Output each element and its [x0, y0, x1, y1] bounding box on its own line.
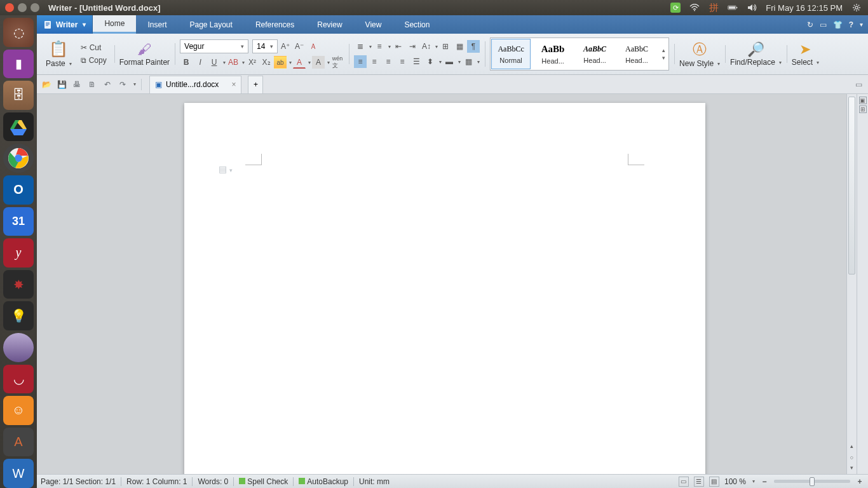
- style-heading1[interactable]: AaBb Head...: [533, 39, 573, 69]
- launcher-app-dark[interactable]: ✸: [3, 270, 34, 299]
- align-justify-button[interactable]: ≡: [396, 55, 409, 68]
- launcher-writer[interactable]: W: [3, 459, 34, 488]
- font-name-select[interactable]: Vegur▾: [180, 39, 248, 53]
- align-right-button[interactable]: ≡: [382, 55, 395, 68]
- zoom-in-button[interactable]: +: [855, 477, 864, 486]
- app-menu-button[interactable]: Writer ▾: [37, 15, 93, 34]
- bold-button[interactable]: B: [180, 56, 193, 69]
- shrink-font-button[interactable]: A⁻: [293, 40, 306, 53]
- style-normal[interactable]: AaBbCc Normal: [491, 39, 531, 69]
- window-maximize-button[interactable]: [31, 3, 39, 12]
- shading-button[interactable]: ▬: [443, 55, 456, 68]
- column-guides-button[interactable]: ⊞: [439, 40, 452, 53]
- grow-font-button[interactable]: A⁺: [279, 40, 292, 53]
- next-page-button[interactable]: ▾: [847, 463, 857, 473]
- increase-indent-button[interactable]: ⇥: [406, 40, 419, 53]
- tab-review[interactable]: Review: [306, 15, 353, 34]
- tab-section[interactable]: Section: [393, 15, 441, 34]
- paste-button[interactable]: Paste▾: [46, 59, 72, 68]
- print-button[interactable]: 🖶: [71, 79, 83, 90]
- document-canvas[interactable]: ▤ ▾: [37, 94, 846, 474]
- page-header-menu-icon[interactable]: ▤ ▾: [219, 164, 233, 174]
- wifi-icon[interactable]: [689, 3, 700, 13]
- clock[interactable]: Fri May 16 12:15 PM: [766, 3, 843, 13]
- document-tab-close[interactable]: ×: [231, 80, 236, 89]
- print-preview-button[interactable]: 🗎: [86, 79, 98, 90]
- status-unit[interactable]: Unit: mm: [359, 477, 390, 486]
- document-page[interactable]: ▤ ▾: [184, 103, 705, 474]
- zoom-slider[interactable]: [774, 480, 850, 483]
- qat-more-icon[interactable]: ▾: [133, 81, 136, 87]
- launcher-outlook[interactable]: O: [3, 175, 34, 205]
- numbering-button[interactable]: ≡: [373, 40, 386, 53]
- launcher-app-orange[interactable]: ☺: [3, 396, 34, 425]
- font-size-select[interactable]: 14▾: [252, 39, 278, 53]
- phonetic-guide-button[interactable]: wén文: [331, 56, 344, 69]
- sync-indicator-icon[interactable]: ⟳: [670, 3, 681, 13]
- char-shading-button[interactable]: ▦: [453, 40, 466, 53]
- new-style-button[interactable]: New Style▾: [679, 59, 720, 68]
- select-button[interactable]: Select▾: [792, 58, 819, 67]
- launcher-updater[interactable]: A: [3, 428, 34, 457]
- tab-home[interactable]: Home: [93, 15, 136, 34]
- superscript-button[interactable]: X²: [246, 56, 259, 69]
- style-heading3[interactable]: AaBbC Head...: [617, 39, 656, 69]
- ribbon-skin-icon[interactable]: 👕: [833, 20, 843, 29]
- help-button[interactable]: ?: [849, 20, 853, 29]
- launcher-pocket[interactable]: ◡: [3, 365, 34, 394]
- launcher-app-purple[interactable]: ▮: [3, 50, 34, 79]
- bullets-button[interactable]: ≣: [354, 40, 367, 53]
- redo-button[interactable]: ↷: [117, 79, 128, 90]
- launcher-drive[interactable]: [3, 112, 34, 142]
- ribbon-refresh-icon[interactable]: ↻: [807, 20, 813, 29]
- view-mode-outline[interactable]: ☰: [694, 477, 704, 487]
- launcher-app-y[interactable]: y: [3, 238, 34, 268]
- tab-view[interactable]: View: [354, 15, 393, 34]
- text-effect-button[interactable]: ab: [274, 56, 287, 69]
- find-replace-button[interactable]: Find/Replace▾: [730, 58, 782, 67]
- distribute-button[interactable]: ☰: [410, 55, 423, 68]
- document-tab[interactable]: ▣ Untitle...rd.docx ×: [149, 76, 241, 93]
- launcher-files[interactable]: 🗄: [3, 81, 34, 110]
- browse-object-button[interactable]: ○: [847, 452, 857, 463]
- strikethrough-button[interactable]: AB: [227, 56, 240, 69]
- copy-button[interactable]: ⧉Copy: [78, 55, 109, 66]
- clear-formatting-button[interactable]: Ａ: [307, 40, 320, 53]
- launcher-dash[interactable]: ◌: [3, 18, 34, 47]
- ribbon-collapse-icon[interactable]: ▾: [860, 21, 863, 28]
- decrease-indent-button[interactable]: ⇤: [392, 40, 405, 53]
- cut-button[interactable]: ✂Cut: [78, 42, 109, 53]
- undo-button[interactable]: ↶: [102, 79, 113, 90]
- view-mode-page[interactable]: ▭: [679, 477, 689, 487]
- prev-page-button[interactable]: ▴: [847, 441, 857, 451]
- window-minimize-button[interactable]: [18, 3, 27, 12]
- save-button[interactable]: 💾: [56, 79, 67, 90]
- tab-insert[interactable]: Insert: [136, 15, 178, 34]
- battery-icon[interactable]: [728, 3, 738, 13]
- ribbon-page-icon[interactable]: ▭: [820, 20, 827, 29]
- status-words[interactable]: Words: 0: [198, 477, 228, 486]
- highlight-button[interactable]: A: [312, 56, 325, 69]
- paragraph-marks-button[interactable]: ¶: [467, 40, 480, 53]
- sidepanel-toggle-2[interactable]: ⊞: [859, 105, 867, 113]
- format-painter-button[interactable]: Format Painter: [119, 58, 170, 67]
- launcher-eclipse[interactable]: [3, 333, 34, 362]
- status-page[interactable]: Page: 1/1 Section: 1/1: [41, 477, 116, 486]
- align-left-button[interactable]: ≡: [354, 55, 367, 68]
- tab-references[interactable]: References: [244, 15, 306, 34]
- view-mode-web[interactable]: ▤: [709, 477, 719, 487]
- status-cursor[interactable]: Row: 1 Column: 1: [126, 477, 187, 486]
- volume-icon[interactable]: [747, 3, 757, 13]
- status-spellcheck[interactable]: Spell Check: [239, 477, 288, 486]
- launcher-chrome[interactable]: [3, 144, 34, 173]
- vertical-scrollbar[interactable]: ▴ ○ ▾: [846, 94, 857, 474]
- input-method-icon[interactable]: 拼: [709, 3, 719, 13]
- style-gallery-expand[interactable]: ▴▾: [659, 39, 668, 69]
- font-color-button[interactable]: A: [293, 56, 306, 69]
- subscript-button[interactable]: X₂: [260, 56, 273, 69]
- zoom-level[interactable]: 100 %: [724, 477, 746, 486]
- italic-button[interactable]: I: [194, 56, 207, 69]
- underline-button[interactable]: U: [208, 56, 220, 69]
- settings-gear-icon[interactable]: [851, 3, 862, 13]
- new-tab-button[interactable]: +: [248, 76, 263, 93]
